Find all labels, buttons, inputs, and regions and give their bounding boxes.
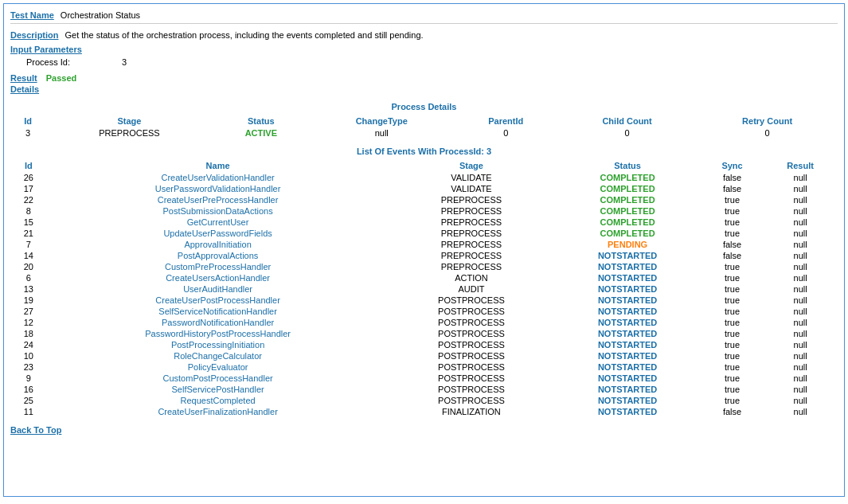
cell-stage: PREPROCESS	[389, 205, 554, 217]
cell-status: NOTSTARTED	[553, 272, 701, 283]
cell-status: NOTSTARTED	[553, 361, 701, 373]
cell-name: RequestCompleted	[47, 395, 389, 406]
table-row: 25 RequestCompleted POSTPROCESS NOTSTART…	[10, 395, 838, 406]
col-status: Status	[213, 115, 309, 127]
cell-status: NOTSTARTED	[553, 283, 701, 295]
details-link[interactable]: Details	[10, 84, 838, 94]
cell-id: 14	[10, 250, 47, 261]
table-row: 9 CustomPostProcessHandler POSTPROCESS N…	[10, 373, 838, 384]
cell-status: COMPLETED	[553, 172, 701, 183]
table-row: 12 PasswordNotificationHandler POSTPROCE…	[10, 317, 838, 328]
description-label: Description	[10, 30, 59, 40]
cell-id: 6	[10, 272, 47, 283]
cell-id: 3	[10, 127, 45, 139]
cell-sync: true	[701, 261, 763, 272]
ev-col-result: Result	[763, 159, 838, 172]
process-id-value: 3	[122, 57, 127, 67]
cell-parentid: 0	[454, 127, 557, 139]
cell-sync: false	[701, 239, 763, 250]
cell-status: COMPLETED	[553, 217, 701, 228]
cell-id: 18	[10, 328, 47, 339]
cell-status: NOTSTARTED	[553, 328, 701, 339]
cell-id: 9	[10, 373, 47, 384]
cell-sync: true	[701, 373, 763, 384]
cell-status: COMPLETED	[553, 228, 701, 239]
cell-result: null	[763, 261, 838, 272]
cell-id: 26	[10, 172, 47, 183]
ev-col-name: Name	[47, 159, 389, 172]
table-row: 23 PolicyEvaluator POSTPROCESS NOTSTARTE…	[10, 361, 838, 373]
cell-name: CreateUserValidationHandler	[47, 172, 389, 183]
cell-name: CustomPreProcessHandler	[47, 261, 389, 272]
cell-stage: POSTPROCESS	[389, 373, 554, 384]
cell-sync: true	[701, 283, 763, 295]
cell-stage: POSTPROCESS	[389, 395, 554, 406]
cell-name: CreateUsersActionHandler	[47, 272, 389, 283]
cell-sync: true	[701, 395, 763, 406]
cell-sync: true	[701, 328, 763, 339]
result-value: Passed	[46, 73, 77, 83]
events-title: List Of Events With ProcessId: 3	[10, 147, 838, 156]
cell-result: null	[763, 328, 838, 339]
cell-stage: PREPROCESS	[389, 261, 554, 272]
table-row: 8 PostSubmissionDataActions PREPROCESS C…	[10, 205, 838, 217]
cell-status: NOTSTARTED	[553, 395, 701, 406]
cell-id: 10	[10, 350, 47, 361]
cell-result: null	[763, 194, 838, 205]
cell-stage: POSTPROCESS	[389, 339, 554, 350]
table-row: 19 CreateUserPostProcessHandler POSTPROC…	[10, 295, 838, 306]
table-row: 17 UserPasswordValidationHandler VALIDAT…	[10, 183, 838, 194]
table-row: 27 SelfServiceNotificationHandler POSTPR…	[10, 306, 838, 317]
cell-sync: true	[701, 205, 763, 217]
table-row: 22 CreateUserPreProcessHandler PREPROCES…	[10, 194, 838, 205]
cell-stage: POSTPROCESS	[389, 295, 554, 306]
cell-sync: true	[701, 295, 763, 306]
cell-stage: POSTPROCESS	[389, 384, 554, 395]
header-row: Test Name Orchestration Status	[10, 10, 838, 24]
back-to-top-link[interactable]: Back To Top	[10, 425, 838, 435]
main-container: Test Name Orchestration Status Descripti…	[3, 3, 845, 497]
cell-status: COMPLETED	[553, 183, 701, 194]
table-row: 10 RoleChangeCalculator POSTPROCESS NOTS…	[10, 350, 838, 361]
cell-result: null	[763, 183, 838, 194]
input-parameters-label[interactable]: Input Parameters	[10, 45, 838, 54]
cell-name: PasswordHistoryPostProcessHandler	[47, 328, 389, 339]
cell-id: 22	[10, 194, 47, 205]
cell-changetype: null	[309, 127, 454, 139]
cell-name: PolicyEvaluator	[47, 361, 389, 373]
cell-status: NOTSTARTED	[553, 261, 701, 272]
result-row: Result Passed	[10, 73, 838, 83]
cell-name: CreateUserPreProcessHandler	[47, 194, 389, 205]
cell-result: null	[763, 406, 838, 417]
cell-id: 24	[10, 339, 47, 350]
table-row: 3 PREPROCESS ACTIVE null 0 0 0	[10, 127, 838, 139]
table-row: 24 PostProcessingInitiation POSTPROCESS …	[10, 339, 838, 350]
table-row: 26 CreateUserValidationHandler VALIDATE …	[10, 172, 838, 183]
cell-id: 17	[10, 183, 47, 194]
cell-sync: true	[701, 217, 763, 228]
description-row: Description Get the status of the orches…	[10, 30, 838, 40]
cell-result: null	[763, 228, 838, 239]
cell-name: CreateUserFinalizationHandler	[47, 406, 389, 417]
description-value: Get the status of the orchestration proc…	[65, 30, 424, 40]
cell-stage: POSTPROCESS	[389, 328, 554, 339]
table-row: 7 ApprovalInitiation PREPROCESS PENDING …	[10, 239, 838, 250]
cell-name: UserAuditHandler	[47, 283, 389, 295]
cell-name: SelfServiceNotificationHandler	[47, 306, 389, 317]
cell-sync: true	[701, 339, 763, 350]
process-details-title: Process Details	[10, 102, 838, 111]
cell-stage: POSTPROCESS	[389, 350, 554, 361]
cell-stage: PREPROCESS	[389, 250, 554, 261]
cell-id: 13	[10, 283, 47, 295]
cell-result: null	[763, 306, 838, 317]
cell-id: 15	[10, 217, 47, 228]
cell-sync: true	[701, 317, 763, 328]
cell-status: NOTSTARTED	[553, 406, 701, 417]
cell-status: NOTSTARTED	[553, 317, 701, 328]
cell-result: null	[763, 384, 838, 395]
cell-stage: VALIDATE	[389, 172, 554, 183]
cell-stage: PREPROCESS	[45, 127, 213, 139]
cell-stage: PREPROCESS	[389, 239, 554, 250]
col-changetype: ChangeType	[309, 115, 454, 127]
cell-result: null	[763, 272, 838, 283]
